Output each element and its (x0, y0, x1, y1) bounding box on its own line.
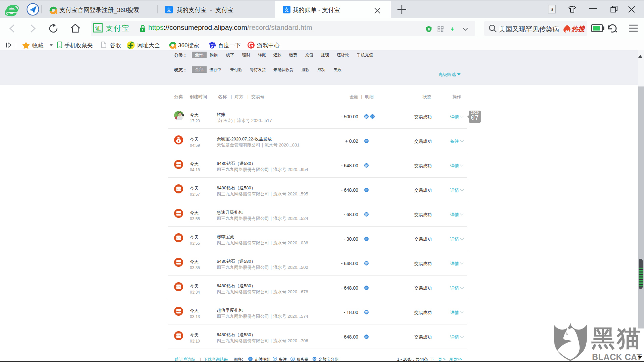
svg-text:证: 证 (95, 25, 101, 32)
svg-text:¥: ¥ (291, 357, 293, 361)
svg-text:P: P (274, 357, 276, 361)
svg-text:支: 支 (166, 7, 171, 12)
svg-text:支: 支 (284, 7, 289, 12)
